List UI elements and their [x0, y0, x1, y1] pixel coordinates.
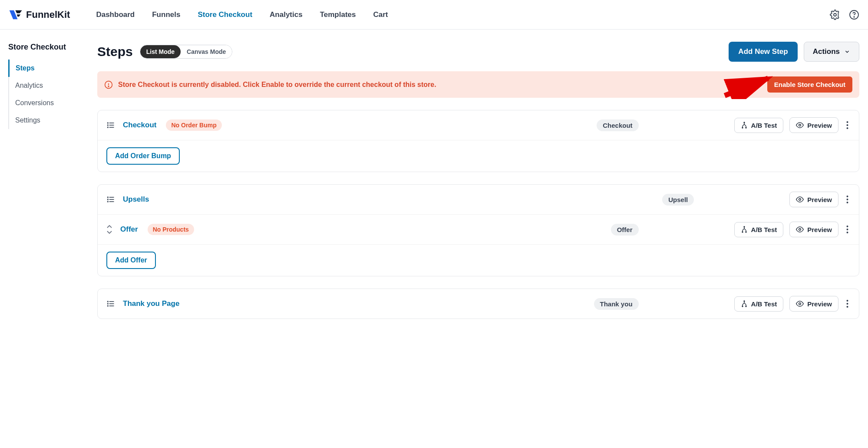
sidebar-item-steps[interactable]: Steps [8, 60, 91, 77]
svg-point-49 [847, 306, 848, 308]
step-type-badge: Thank you [594, 298, 639, 310]
step-row: UpsellsUpsellPreview [98, 185, 859, 215]
svg-point-14 [742, 127, 743, 128]
ab-test-button[interactable]: A/B Test [734, 222, 784, 237]
eye-icon [796, 226, 804, 233]
chevron-down-icon [844, 49, 850, 55]
ab-test-icon [741, 300, 748, 307]
ab-test-button[interactable]: A/B Test [734, 296, 784, 312]
svg-point-19 [847, 127, 848, 129]
step-name-link[interactable]: Offer [120, 225, 138, 234]
page-title: Steps [97, 44, 133, 59]
row-actions: A/B TestPreview [734, 222, 850, 237]
svg-point-18 [847, 124, 848, 126]
warning-badge: No Order Bump [166, 119, 221, 131]
brand-logo: FunnelKit [9, 9, 70, 21]
drag-handle-icon[interactable] [106, 299, 115, 308]
preview-button[interactable]: Preview [789, 192, 838, 207]
reorder-handle-icon[interactable] [106, 225, 112, 234]
svg-point-40 [108, 301, 109, 302]
svg-point-47 [847, 300, 848, 302]
svg-point-46 [799, 303, 801, 305]
step-row: CheckoutNo Order BumpCheckoutA/B TestPre… [98, 110, 859, 140]
help-icon[interactable] [849, 10, 859, 20]
ab-test-icon [741, 122, 748, 129]
nav-right [830, 10, 859, 20]
svg-point-27 [847, 196, 848, 197]
row-actions: Preview [789, 192, 850, 207]
step-card: Thank you PageThank youA/B TestPreview [97, 289, 859, 319]
add-order-bump-button[interactable]: Add Order Bump [106, 147, 180, 165]
step-row: Thank you PageThank youA/B TestPreview [98, 289, 859, 319]
svg-point-34 [847, 226, 848, 227]
row-actions: A/B TestPreview [734, 117, 850, 133]
svg-point-15 [746, 127, 746, 128]
card-footer: Add Order Bump [98, 140, 859, 172]
nav-item-funnels[interactable]: Funnels [152, 10, 180, 19]
svg-point-26 [799, 199, 801, 201]
more-menu-icon[interactable] [845, 121, 850, 129]
actions-dropdown-button[interactable]: Actions [804, 42, 859, 62]
svg-point-30 [744, 226, 745, 227]
sidebar-item-settings[interactable]: Settings [9, 112, 91, 129]
ab-test-icon [741, 226, 748, 233]
info-warning-icon [104, 80, 113, 89]
settings-gear-icon[interactable] [830, 10, 840, 20]
step-name-link[interactable]: Checkout [123, 121, 156, 129]
row-actions: A/B TestPreview [734, 296, 850, 312]
svg-point-17 [847, 121, 848, 123]
nav-item-store-checkout[interactable]: Store Checkout [198, 10, 252, 19]
svg-point-24 [108, 199, 109, 200]
alert-text: Store Checkout is currently disabled. Cl… [118, 81, 436, 89]
step-type-badge: Offer [611, 224, 639, 236]
sidebar-items: StepsAnalyticsConversionsSettings [8, 60, 91, 129]
more-menu-icon[interactable] [845, 195, 850, 204]
svg-point-0 [834, 13, 836, 16]
add-offer-button[interactable]: Add Offer [106, 252, 156, 269]
svg-point-42 [108, 305, 109, 306]
view-mode-toggle: List Mode Canvas Mode [140, 45, 233, 59]
nav-item-templates[interactable]: Templates [320, 10, 356, 19]
step-name-link[interactable]: Thank you Page [123, 299, 179, 308]
sidebar-title: Store Checkout [0, 43, 91, 60]
actions-label: Actions [813, 47, 840, 56]
canvas-mode-button[interactable]: Canvas Mode [181, 45, 232, 58]
step-name-link[interactable]: Upsells [123, 195, 149, 204]
main-content: Steps List Mode Canvas Mode Add New Step… [91, 30, 868, 348]
step-row: OfferNo ProductsOfferA/B TestPreview [98, 215, 859, 245]
svg-point-2 [854, 17, 855, 17]
preview-button[interactable]: Preview [789, 296, 838, 312]
svg-point-45 [746, 306, 746, 307]
annotation-arrow-icon [721, 73, 773, 99]
nav-item-dashboard[interactable]: Dashboard [96, 10, 135, 19]
svg-point-13 [744, 122, 745, 123]
sidebar-item-conversions[interactable]: Conversions [9, 94, 91, 112]
svg-point-11 [108, 125, 109, 126]
svg-point-23 [108, 197, 109, 198]
sidebar-item-analytics[interactable]: Analytics [9, 77, 91, 94]
list-mode-button[interactable]: List Mode [140, 45, 181, 58]
svg-point-43 [744, 301, 745, 302]
svg-point-33 [799, 229, 801, 231]
nav-item-cart[interactable]: Cart [373, 10, 388, 19]
preview-button[interactable]: Preview [789, 222, 838, 237]
step-type-badge: Checkout [597, 119, 638, 131]
ab-test-button[interactable]: A/B Test [734, 118, 784, 133]
funnelkit-logo-icon [9, 9, 23, 21]
eye-icon [796, 196, 804, 203]
drag-handle-icon[interactable] [106, 121, 115, 129]
drag-handle-icon[interactable] [106, 195, 115, 204]
preview-button[interactable]: Preview [789, 117, 838, 133]
svg-point-32 [746, 232, 746, 232]
brand-name: FunnelKit [26, 9, 70, 20]
more-menu-icon[interactable] [845, 299, 850, 308]
eye-icon [796, 300, 804, 308]
svg-point-31 [742, 232, 743, 232]
step-card: CheckoutNo Order BumpCheckoutA/B TestPre… [97, 110, 859, 172]
page-header: Steps List Mode Canvas Mode Add New Step… [97, 42, 859, 62]
enable-store-checkout-button[interactable]: Enable Store Checkout [767, 76, 852, 93]
more-menu-icon[interactable] [845, 225, 850, 234]
add-new-step-button[interactable]: Add New Step [729, 42, 797, 62]
svg-point-41 [108, 303, 109, 304]
nav-item-analytics[interactable]: Analytics [270, 10, 303, 19]
